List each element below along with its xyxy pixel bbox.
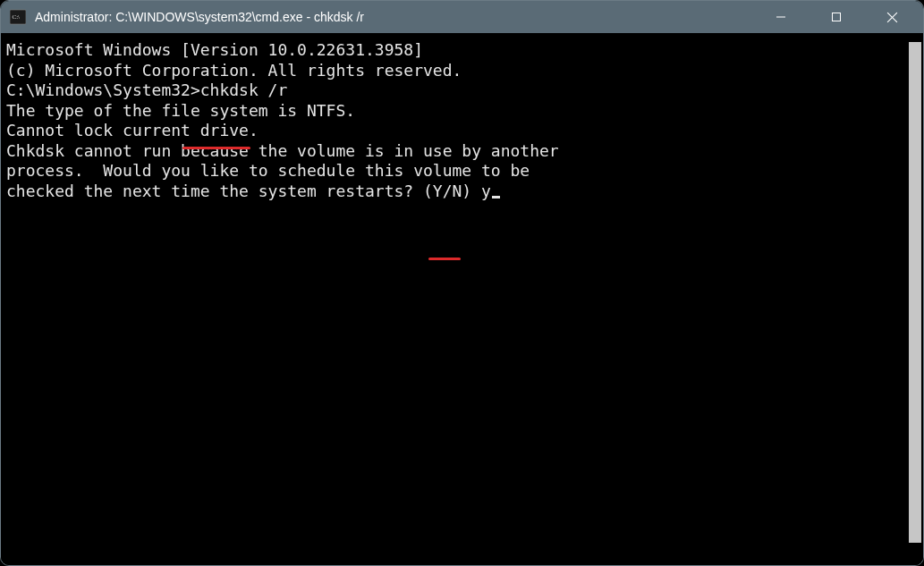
terminal-window: C:\ Administrator: C:\WINDOWS\system32\c… xyxy=(0,0,924,566)
window-controls xyxy=(753,1,920,33)
output-line: (c) Microsoft Corporation. All rights re… xyxy=(6,61,907,81)
output-line: process. Would you like to schedule this… xyxy=(6,161,907,182)
scrollbar[interactable] xyxy=(907,40,923,565)
svg-text:C:\: C:\ xyxy=(13,13,21,21)
prompt-line: C:\Windows\System32>chkdsk /r xyxy=(6,80,907,101)
cursor xyxy=(492,196,500,199)
svg-rect-3 xyxy=(833,13,841,21)
prompt-line: checked the next time the system restart… xyxy=(6,182,907,202)
prompt-path: C:\Windows\System32> xyxy=(6,80,200,99)
terminal-output: Microsoft Windows [Version 10.0.22631.39… xyxy=(6,40,907,565)
typed-command: chkdsk /r xyxy=(200,80,288,99)
cmd-icon: C:\ xyxy=(10,9,26,25)
output-line: Chkdsk cannot run because the volume is … xyxy=(6,141,907,162)
minimize-button[interactable] xyxy=(753,1,809,33)
window-title: Administrator: C:\WINDOWS\system32\cmd.e… xyxy=(35,10,753,24)
output-line: The type of the file system is NTFS. xyxy=(6,101,907,122)
scrollbar-thumb[interactable] xyxy=(909,42,921,543)
maximize-icon xyxy=(831,12,842,22)
minimize-icon xyxy=(776,12,786,22)
terminal-body[interactable]: Microsoft Windows [Version 10.0.22631.39… xyxy=(1,33,923,565)
maximize-button[interactable] xyxy=(809,1,864,33)
prompt-question: checked the next time the system restart… xyxy=(6,182,481,200)
output-line: Microsoft Windows [Version 10.0.22631.39… xyxy=(6,40,907,61)
output-line: Cannot lock current drive. xyxy=(6,121,907,141)
annotation-underline xyxy=(182,147,250,149)
close-icon xyxy=(886,12,898,23)
user-input: y xyxy=(481,182,491,200)
annotation-underline xyxy=(428,258,461,260)
close-button[interactable] xyxy=(864,1,920,33)
titlebar[interactable]: C:\ Administrator: C:\WINDOWS\system32\c… xyxy=(1,1,923,33)
